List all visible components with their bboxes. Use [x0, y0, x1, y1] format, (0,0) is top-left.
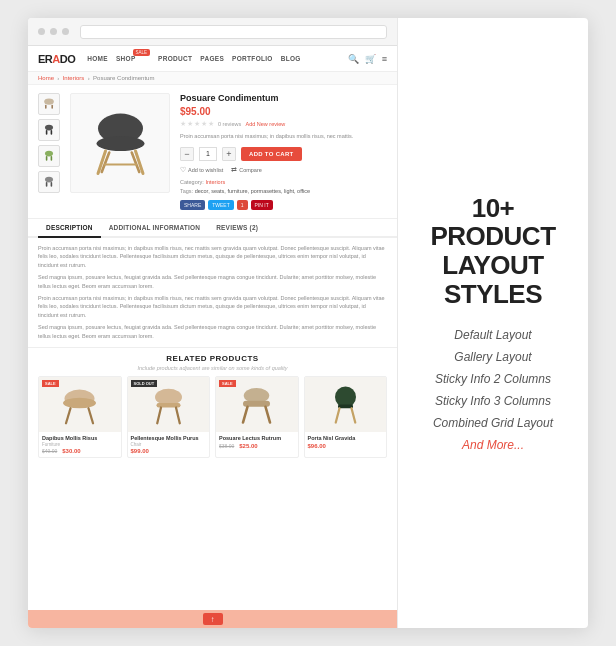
google-plus-button[interactable]: 1 [237, 200, 248, 210]
desc-para-1: Proin accumsan porta nisi maximus; in da… [38, 244, 387, 270]
related-product-2-name: Pellentesque Mollis Purus [131, 435, 207, 442]
add-review-link[interactable]: Add New review [246, 121, 286, 127]
thumb-2[interactable] [38, 119, 60, 141]
product-section: Posuare Condimentum $95.00 ★ ★ ★ ★ ★ 0 r… [28, 85, 397, 219]
category-value: Interiors [205, 179, 225, 185]
product-tabs: Description Additional Information Revie… [28, 219, 397, 238]
pinterest-button[interactable]: PIN IT [251, 200, 273, 210]
nav-home[interactable]: HOME [87, 55, 108, 62]
product-thumbnails [38, 93, 60, 210]
related-product-1-img: SALE [39, 377, 121, 432]
desc-para-3: Proin accumsan porta nisi maximus; in da… [38, 294, 387, 320]
related-subtitle: Include products adjacent are similar on… [38, 365, 387, 371]
star-2: ★ [187, 120, 193, 128]
star-3: ★ [194, 120, 200, 128]
tab-reviews[interactable]: Reviews (2) [208, 219, 266, 238]
related-product-2-info: Pellentesque Mollis Purus Chair $99.00 [128, 432, 210, 457]
sale-badge-1: SALE [42, 380, 59, 387]
twitter-share-button[interactable]: TWEET [208, 200, 234, 210]
nav-product[interactable]: PRODUCT [158, 55, 192, 62]
tags-row: Tags: decor, seats, furniture, pormasett… [180, 188, 387, 194]
qty-value[interactable]: 1 [199, 147, 217, 161]
related-product-1[interactable]: SALE Dapibus Mollis Risus Fu [38, 376, 122, 458]
svg-point-9 [45, 177, 53, 183]
shop-badge: SALE [133, 49, 151, 56]
related-product-3-price-row: $38.00 $25.00 [219, 442, 295, 449]
nav-portfolio[interactable]: PORTFOLIO [232, 55, 273, 62]
tab-additional-info[interactable]: Additional Information [101, 219, 209, 238]
outer-wrapper: ERADO HOME SHOP SALE PRODUCT PAGES PORTF… [0, 0, 616, 646]
browser-url-bar [80, 25, 387, 39]
compare-button[interactable]: Compare [231, 166, 262, 174]
add-to-cart-button[interactable]: ADD TO CART [241, 147, 302, 161]
nav-icons: 🔍 🛒 ≡ [348, 54, 387, 64]
svg-rect-1 [45, 105, 47, 109]
related-title: RELATED PRODUCTS [38, 354, 387, 363]
related-product-1-old-price: $49.00 [42, 448, 57, 454]
facebook-share-button[interactable]: SHARE [180, 200, 205, 210]
nav-blog[interactable]: BLOG [281, 55, 301, 62]
related-product-3-old-price: $38.00 [219, 443, 234, 449]
layout-sticky-3: Sticky Info 3 Columns [435, 394, 551, 408]
desc-para-2: Sed magna ipsum, posuare lectus, feugiat… [38, 273, 387, 291]
search-icon[interactable]: 🔍 [348, 54, 359, 64]
nav-shop[interactable]: SHOP [116, 55, 136, 62]
browser-dot-3 [62, 28, 69, 35]
related-product-1-info: Dapibus Mollis Risus Furniture $49.00 $3… [39, 432, 121, 457]
svg-line-29 [243, 406, 248, 422]
wishlist-row: Add to wishlist Compare [180, 166, 387, 174]
cart-icon[interactable]: 🛒 [365, 54, 376, 64]
main-card: ERADO HOME SHOP SALE PRODUCT PAGES PORTF… [28, 18, 588, 628]
svg-rect-2 [51, 105, 53, 109]
svg-line-21 [66, 408, 71, 423]
star-1: ★ [180, 120, 186, 128]
star-4: ★ [201, 120, 207, 128]
tags-value: decor, seats, furniture, pormasettes, li… [195, 188, 310, 194]
svg-line-25 [157, 407, 161, 423]
nav-links: HOME SHOP SALE PRODUCT PAGES PORTFOLIO B… [87, 55, 336, 62]
product-stars: ★ ★ ★ ★ ★ 0 reviews Add New review [180, 120, 387, 128]
nav-bar: ERADO HOME SHOP SALE PRODUCT PAGES PORTF… [28, 46, 397, 72]
svg-line-33 [336, 408, 340, 422]
breadcrumb-interiors[interactable]: Interiors [63, 75, 85, 81]
layout-sticky-2: Sticky Info 2 Columns [435, 372, 551, 386]
svg-point-23 [155, 388, 182, 405]
qty-plus-button[interactable]: + [222, 147, 236, 161]
headline-text: 10+ PRODUCT LAYOUT STYLES [413, 194, 573, 308]
related-product-3-name: Posuare Lectus Rutrum [219, 435, 295, 442]
related-section: RELATED PRODUCTS Include products adjace… [28, 348, 397, 610]
related-product-2[interactable]: SOLD OUT Pellentesque Mollis Purus [127, 376, 211, 458]
breadcrumb-home[interactable]: Home [38, 75, 54, 81]
qty-row: − 1 + ADD TO CART [180, 147, 387, 161]
thumb-3[interactable] [38, 145, 60, 167]
related-product-4-price: $96.00 [308, 443, 326, 449]
svg-rect-5 [51, 130, 53, 135]
tab-description[interactable]: Description [38, 219, 101, 238]
related-product-2-price: $99.00 [131, 448, 149, 454]
breadcrumb: Home › Interiors › Posuare Condimentum [28, 72, 397, 85]
qty-minus-button[interactable]: − [180, 147, 194, 161]
nav-pages[interactable]: PAGES [200, 55, 224, 62]
thumb-4[interactable] [38, 171, 60, 193]
svg-rect-4 [46, 130, 48, 135]
svg-line-30 [266, 406, 271, 422]
related-product-2-img: SOLD OUT [128, 377, 210, 432]
product-price: $95.00 [180, 106, 387, 117]
thumb-1[interactable] [38, 93, 60, 115]
related-product-3-info: Posuare Lectus Rutrum $38.00 $25.00 [216, 432, 298, 452]
menu-icon[interactable]: ≡ [382, 54, 387, 64]
browser-dot-2 [50, 28, 57, 35]
product-reviews: 0 reviews Add New review [218, 121, 285, 127]
sale-badge-3: SALE [219, 380, 236, 387]
description-text: Proin accumsan porta nisi maximus; in da… [28, 238, 397, 348]
related-product-3-img: SALE [216, 377, 298, 432]
wishlist-button[interactable]: Add to wishlist [180, 166, 223, 174]
page-content: ERADO HOME SHOP SALE PRODUCT PAGES PORTF… [28, 46, 397, 628]
related-product-3[interactable]: SALE Posuare Lectus Rutrum [215, 376, 299, 458]
svg-rect-7 [46, 156, 48, 161]
product-info: Posuare Condimentum $95.00 ★ ★ ★ ★ ★ 0 r… [180, 93, 387, 210]
related-product-1-price-row: $49.00 $30.00 [42, 447, 118, 454]
related-product-4[interactable]: Porta Nisl Gravida $96.00 [304, 376, 388, 458]
layout-and-more: And More... [462, 438, 524, 452]
scroll-up-button[interactable]: ↑ [203, 613, 223, 625]
